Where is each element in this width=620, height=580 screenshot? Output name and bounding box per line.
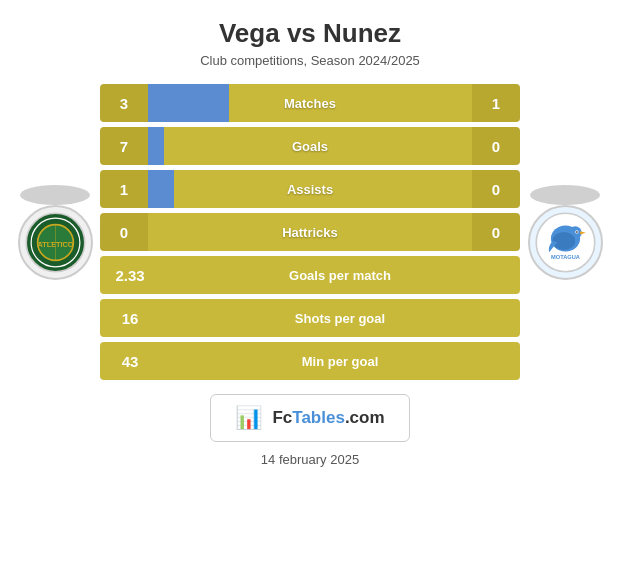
assists-bar-fill bbox=[148, 170, 174, 208]
stat-row-goals: 7 Goals 0 bbox=[100, 127, 520, 165]
page-title: Vega vs Nunez bbox=[0, 18, 620, 49]
matches-left-val: 3 bbox=[100, 95, 148, 112]
goals-bar-fill bbox=[148, 127, 164, 165]
hattricks-left-val: 0 bbox=[100, 224, 148, 241]
right-ellipses bbox=[530, 185, 600, 205]
assists-bar: Assists bbox=[148, 170, 472, 208]
min-per-goal-val: 43 bbox=[100, 353, 160, 370]
matches-bar: Matches bbox=[148, 84, 472, 122]
hattricks-right-val: 0 bbox=[472, 224, 520, 241]
stat-row-hattricks: 0 Hattricks 0 bbox=[100, 213, 520, 251]
goals-bar: Goals bbox=[148, 127, 472, 165]
stat-row-goals-per-match: 2.33 Goals per match bbox=[100, 256, 520, 294]
motagua-logo-svg: MOTAGUA bbox=[533, 210, 598, 275]
motagua-logo: MOTAGUA bbox=[528, 205, 603, 280]
assists-label: Assists bbox=[287, 182, 333, 197]
stat-row-min-per-goal: 43 Min per goal bbox=[100, 342, 520, 380]
goals-per-match-label: Goals per match bbox=[160, 268, 520, 283]
svg-point-11 bbox=[576, 231, 578, 233]
left-ellipses bbox=[20, 185, 90, 205]
stats-area: 3 Matches 1 7 Goals 0 1 Assists 0 bbox=[100, 84, 520, 380]
goals-per-match-val: 2.33 bbox=[100, 267, 160, 284]
stat-row-assists: 1 Assists 0 bbox=[100, 170, 520, 208]
matches-bar-fill bbox=[148, 84, 229, 122]
svg-text:MOTAGUA: MOTAGUA bbox=[551, 253, 580, 259]
min-per-goal-label: Min per goal bbox=[160, 354, 520, 369]
header: Vega vs Nunez Club competitions, Season … bbox=[0, 0, 620, 74]
subtitle: Club competitions, Season 2024/2025 bbox=[0, 53, 620, 68]
main-content: ATLETICO 3 Matches 1 7 Goals 0 bbox=[0, 74, 620, 380]
ellipse-top-right bbox=[530, 185, 600, 205]
team-logo-left: ATLETICO bbox=[10, 185, 100, 280]
matches-label: Matches bbox=[284, 96, 336, 111]
fctables-text: FcTables.com bbox=[272, 408, 384, 428]
matches-right-val: 1 bbox=[472, 95, 520, 112]
hattricks-bar: Hattricks bbox=[148, 213, 472, 251]
team-logo-right: MOTAGUA bbox=[520, 185, 610, 280]
goals-left-val: 7 bbox=[100, 138, 148, 155]
goals-label: Goals bbox=[292, 139, 328, 154]
vega-logo: ATLETICO bbox=[18, 205, 93, 280]
vega-logo-svg: ATLETICO bbox=[23, 210, 88, 275]
svg-point-12 bbox=[552, 231, 575, 249]
shots-per-goal-val: 16 bbox=[100, 310, 160, 327]
stat-row-shots-per-goal: 16 Shots per goal bbox=[100, 299, 520, 337]
assists-right-val: 0 bbox=[472, 181, 520, 198]
stat-row-matches: 3 Matches 1 bbox=[100, 84, 520, 122]
hattricks-label: Hattricks bbox=[282, 225, 338, 240]
assists-left-val: 1 bbox=[100, 181, 148, 198]
fctables-banner[interactable]: 📊 FcTables.com bbox=[210, 394, 409, 442]
goals-right-val: 0 bbox=[472, 138, 520, 155]
ellipse-top-left bbox=[20, 185, 90, 205]
fctables-icon: 📊 bbox=[235, 405, 262, 431]
shots-per-goal-label: Shots per goal bbox=[160, 311, 520, 326]
footer-date: 14 february 2025 bbox=[261, 452, 359, 467]
